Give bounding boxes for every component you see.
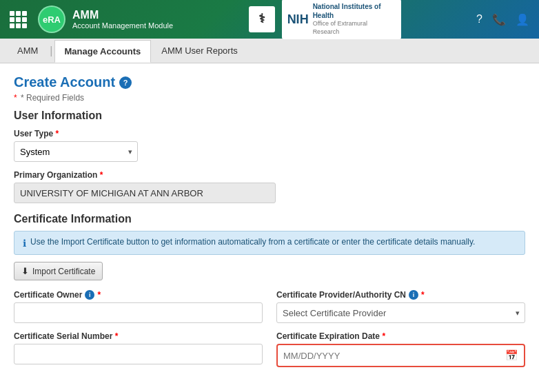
cert-expiry-group: Certificate Expiration Date * 📅	[276, 331, 525, 367]
calendar-icon[interactable]: 📅	[505, 349, 518, 362]
import-certificate-button[interactable]: ⬇ Import Certificate	[14, 262, 103, 280]
main-content: Create Account ? * * Required Fields Use…	[0, 63, 539, 392]
cert-serial-label: Certificate Serial Number *	[14, 331, 263, 341]
primary-org-input[interactable]	[14, 183, 276, 203]
cert-provider-select-wrapper: Select Certificate Provider ▾	[276, 302, 525, 323]
download-icon: ⬇	[21, 266, 29, 276]
header-right: ? 📞 👤	[476, 13, 529, 26]
cert-right-col: Certificate Provider/Authority CN i * Se…	[276, 290, 525, 375]
hhs-logo: ⚕	[249, 6, 275, 32]
user-type-select-wrapper: System PI SO AO Administrator ▾	[14, 141, 138, 162]
phone-icon[interactable]: 📞	[492, 13, 506, 26]
page-title: Create Account	[14, 74, 115, 90]
user-type-label: User Type *	[14, 129, 525, 138]
primary-org-group: Primary Organization *	[14, 170, 525, 203]
user-info-section-title: User Information	[14, 110, 525, 122]
primary-org-label: Primary Organization *	[14, 170, 525, 180]
info-banner: ℹ Use the Import Certificate button to g…	[14, 231, 525, 255]
user-icon[interactable]: 👤	[516, 13, 529, 26]
cert-provider-group: Certificate Provider/Authority CN i * Se…	[276, 290, 525, 323]
cert-expiry-input[interactable]	[283, 351, 501, 361]
nav-item-user-reports[interactable]: AMM User Reports	[151, 39, 248, 62]
app-title: AMM Account Management Module	[72, 9, 173, 30]
info-icon: ℹ	[23, 238, 26, 249]
header-left: eRA AMM Account Management Module	[10, 6, 173, 33]
header: eRA AMM Account Management Module ⚕ NIH …	[0, 0, 539, 39]
user-type-select[interactable]: System PI SO AO Administrator	[14, 141, 138, 162]
cert-left-col: Certificate Owner i * Certificate Serial…	[14, 290, 263, 375]
cert-fields-row: Certificate Owner i * Certificate Serial…	[14, 290, 525, 375]
cert-serial-input[interactable]	[14, 344, 263, 364]
cert-owner-label: Certificate Owner i *	[14, 290, 263, 300]
nav-divider: |	[50, 45, 52, 57]
help-icon[interactable]: ?	[476, 13, 482, 25]
required-note: * * Required Fields	[14, 93, 525, 103]
title-help-icon[interactable]: ?	[119, 76, 132, 89]
cert-serial-group: Certificate Serial Number *	[14, 331, 263, 364]
cera-logo: eRA	[38, 6, 65, 33]
cert-expiry-label: Certificate Expiration Date *	[276, 331, 525, 341]
grid-menu-icon[interactable]	[10, 11, 27, 28]
cert-owner-info-icon[interactable]: i	[85, 290, 94, 300]
navbar: AMM | Manage Accounts AMM User Reports	[0, 39, 539, 63]
cert-expiry-wrapper: 📅	[276, 344, 525, 367]
cert-owner-input[interactable]	[14, 302, 263, 323]
nav-item-amm[interactable]: AMM	[7, 39, 48, 62]
page-title-container: Create Account ?	[14, 74, 525, 90]
user-type-group: User Type * System PI SO AO Administrato…	[14, 129, 525, 162]
nav-item-manage-accounts[interactable]: Manage Accounts	[54, 40, 152, 63]
cert-owner-group: Certificate Owner i *	[14, 290, 263, 323]
cert-provider-info-icon[interactable]: i	[409, 290, 418, 300]
header-center: ⚕ NIH National Institutes of Health Offi…	[249, 0, 401, 39]
cert-info-section-title: Certificate Information	[14, 213, 525, 225]
cert-provider-select[interactable]: Select Certificate Provider	[276, 302, 525, 323]
cert-provider-label: Certificate Provider/Authority CN i *	[276, 290, 525, 300]
nih-badge: NIH National Institutes of Health Office…	[282, 0, 401, 39]
